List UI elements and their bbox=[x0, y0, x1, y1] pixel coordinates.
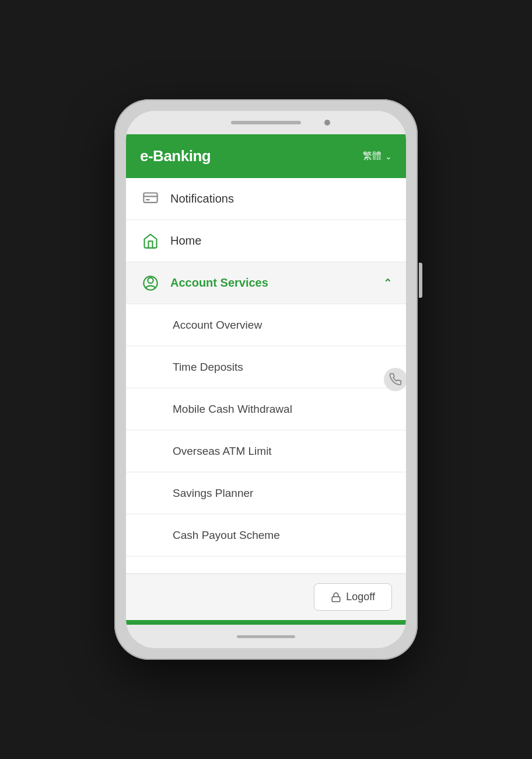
phone-top-bar bbox=[126, 111, 406, 134]
notifications-label: Notifications bbox=[170, 192, 392, 206]
logoff-area: Logoff bbox=[126, 573, 406, 620]
lock-icon bbox=[331, 592, 341, 603]
overseas-atm-limit-label: Overseas ATM Limit bbox=[173, 445, 272, 458]
logoff-label: Logoff bbox=[346, 591, 375, 603]
notch bbox=[231, 121, 301, 124]
phone-bottom-bar bbox=[126, 625, 406, 648]
menu-item-notifications[interactable]: Notifications bbox=[126, 178, 406, 220]
cash-payout-scheme-label: Cash Payout Scheme bbox=[173, 529, 280, 542]
header-lang-control[interactable]: 繁體 ⌄ bbox=[363, 150, 392, 162]
app-title: e-Banking bbox=[140, 147, 211, 165]
account-services-chevron-icon: ⌃ bbox=[383, 277, 392, 290]
lang-label[interactable]: 繁體 bbox=[363, 150, 382, 162]
user-circle-icon bbox=[140, 273, 161, 294]
green-bottom-accent bbox=[126, 620, 406, 625]
app-header: e-Banking 繁體 ⌄ bbox=[126, 134, 406, 178]
side-button bbox=[419, 263, 422, 298]
lang-chevron-icon[interactable]: ⌄ bbox=[385, 152, 392, 161]
account-services-label: Account Services bbox=[170, 276, 383, 290]
submenu-item-mobile-cash-withdrawal[interactable]: Mobile Cash Withdrawal bbox=[126, 388, 406, 430]
phone-body: e-Banking 繁體 ⌄ bbox=[126, 111, 406, 648]
svg-point-1 bbox=[148, 277, 153, 283]
savings-planner-label: Savings Planner bbox=[173, 487, 253, 500]
submenu-item-savings-planner[interactable]: Savings Planner bbox=[126, 472, 406, 514]
camera bbox=[324, 120, 330, 126]
navigation-menu: Notifications Home bbox=[126, 178, 406, 573]
account-overview-label: Account Overview bbox=[173, 319, 262, 332]
submenu-item-open-upgrade-account[interactable]: Open / Upgrade an Account bbox=[126, 556, 406, 573]
svg-rect-0 bbox=[144, 193, 157, 202]
mobile-cash-withdrawal-label: Mobile Cash Withdrawal bbox=[173, 403, 292, 416]
logoff-button[interactable]: Logoff bbox=[314, 583, 392, 611]
submenu-item-account-overview[interactable]: Account Overview bbox=[126, 304, 406, 346]
time-deposits-label: Time Deposits bbox=[173, 361, 243, 374]
phone-icon bbox=[389, 373, 402, 386]
svg-rect-5 bbox=[332, 597, 341, 601]
home-icon bbox=[140, 231, 161, 252]
submenu-item-overseas-atm-limit[interactable]: Overseas ATM Limit bbox=[126, 430, 406, 472]
home-indicator bbox=[237, 635, 295, 638]
inbox-icon bbox=[140, 189, 161, 210]
home-label: Home bbox=[170, 234, 392, 248]
screen: e-Banking 繁體 ⌄ bbox=[126, 134, 406, 625]
call-button[interactable] bbox=[384, 368, 406, 391]
submenu-item-cash-payout-scheme[interactable]: Cash Payout Scheme bbox=[126, 514, 406, 556]
phone-frame: e-Banking 繁體 ⌄ bbox=[114, 99, 418, 660]
submenu-item-time-deposits[interactable]: Time Deposits bbox=[126, 346, 406, 388]
menu-item-home[interactable]: Home bbox=[126, 220, 406, 262]
menu-item-account-services[interactable]: Account Services ⌃ bbox=[126, 262, 406, 304]
